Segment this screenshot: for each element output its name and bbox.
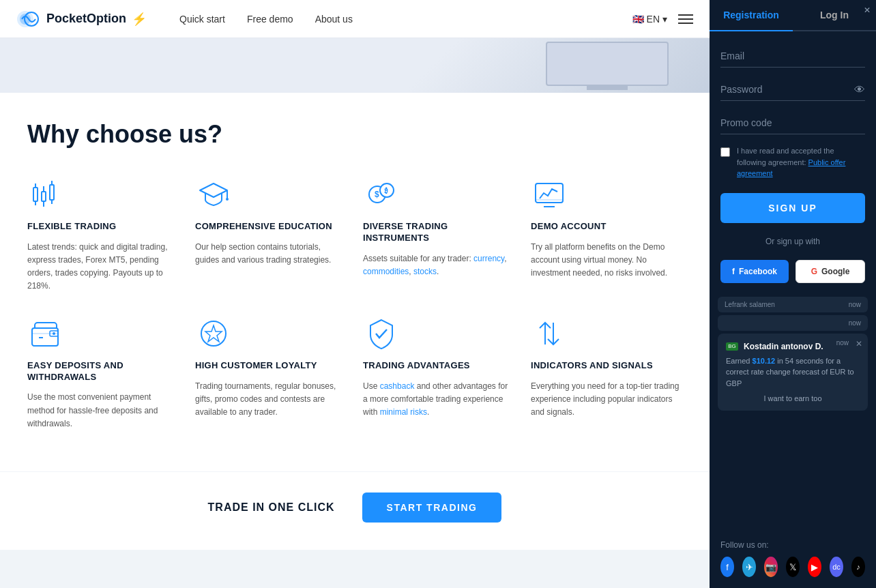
notif-mini-text: Lefrank salamen	[725, 301, 775, 308]
password-field: 👁	[720, 78, 865, 101]
email-input[interactable]	[720, 45, 865, 68]
follow-section: Follow us on: f ✈ 📷 𝕏 ▶ dc	[710, 532, 876, 588]
feature-desc: Try all platform benefits on the Demo ac…	[531, 241, 682, 280]
feature-diverse-trading: $ ₿ DIVERSE TRADING INSTRUMENTS Assets s…	[363, 176, 514, 293]
tab-login[interactable]: Log In	[793, 0, 876, 31]
follow-title: Follow us on:	[720, 540, 865, 550]
shield-check-icon	[363, 315, 400, 352]
feature-title: HIGH CUSTOMER LOYALTY	[195, 360, 347, 372]
svg-text:₿: ₿	[384, 187, 388, 194]
notif-mini-close-2[interactable]: ✕	[864, 5, 871, 15]
feature-high-loyalty: HIGH CUSTOMER LOYALTY Trading tournament…	[195, 315, 347, 430]
promo-input[interactable]	[720, 112, 865, 134]
notif-time: now	[836, 339, 849, 347]
feature-title: DEMO ACCOUNT	[531, 221, 682, 233]
commodities-link[interactable]: commodities	[363, 267, 409, 276]
notif-mini-time-2: now	[849, 319, 861, 327]
cashback-link[interactable]: cashback	[380, 381, 415, 391]
notifications-area: Lefrank salamen now ✕ now ✕ now ✕ BG Kos…	[710, 297, 876, 533]
facebook-social-icon[interactable]: f	[720, 557, 734, 577]
feature-title: FLEXIBLE TRADING	[27, 221, 179, 233]
stocks-link[interactable]: stocks	[413, 267, 437, 276]
candlestick-icon	[27, 176, 64, 213]
tiktok-social-icon[interactable]: ♪	[851, 557, 865, 577]
language-selector[interactable]: 🇬🇧 EN ▾	[632, 14, 667, 25]
nav-quick-start[interactable]: Quick start	[179, 14, 225, 25]
feature-easy-deposits: EASY DEPOSITS AND WITHDRAWALS Use the mo…	[27, 315, 179, 430]
svg-point-14	[226, 198, 229, 201]
logo[interactable]: PocketOption ⚡	[16, 7, 147, 31]
tab-registration[interactable]: Registration	[710, 0, 793, 31]
minimal-risks-link[interactable]: minimal risks	[380, 407, 427, 417]
auth-tabs: Registration Log In	[710, 0, 876, 31]
chevron-down-icon: ▾	[662, 14, 667, 25]
notif-user-name: Kostadin antonov D.	[744, 342, 823, 351]
cta-section: TRADE IN ONE CLICK START TRADING	[0, 471, 710, 550]
telegram-icon: ✈	[746, 562, 753, 572]
feature-desc: Assets suitable for any trader: currency…	[363, 252, 514, 278]
section-title: Why choose us?	[27, 120, 682, 149]
facebook-login-button[interactable]: f Facebook	[720, 260, 789, 283]
nav-free-demo[interactable]: Free demo	[247, 14, 293, 25]
nav-right: 🇬🇧 EN ▾	[632, 14, 693, 25]
google-login-button[interactable]: G Google	[795, 260, 865, 283]
social-login-buttons: f Facebook G Google	[720, 260, 865, 283]
password-input[interactable]	[720, 78, 865, 101]
feature-indicators-signals: INDICATORS AND SIGNALS Everything you ne…	[531, 315, 682, 430]
notif-cta-link[interactable]: I want to earn too	[726, 394, 860, 402]
bolt-icon: ⚡	[132, 12, 147, 27]
notif-main: now ✕ BG Kostadin antonov D. Earned $10.…	[718, 334, 868, 411]
wallet-icon	[27, 315, 64, 352]
feature-desc: Latest trends: quick and digital trading…	[27, 241, 179, 293]
notif-flag: BG	[726, 342, 738, 351]
facebook-icon: f	[732, 267, 735, 276]
lang-label: EN	[647, 14, 660, 25]
arrows-updown-icon	[531, 315, 568, 352]
notif-mini-1: Lefrank salamen now ✕	[718, 297, 868, 312]
hamburger-line	[678, 14, 693, 16]
feature-title: DIVERSE TRADING INSTRUMENTS	[363, 221, 514, 244]
main-nav: Quick start Free demo About us	[179, 14, 632, 25]
social-icons-row: f ✈ 📷 𝕏 ▶ dc ♪	[720, 557, 865, 577]
graduation-cap-icon	[195, 176, 232, 213]
agreement-checkbox[interactable]	[720, 147, 730, 157]
instagram-social-icon[interactable]: 📷	[764, 557, 778, 577]
svg-rect-6	[42, 192, 46, 201]
start-trading-button[interactable]: START TRADING	[362, 493, 502, 523]
agreement-label: I have read and accepted the following a…	[737, 145, 865, 179]
svg-point-25	[53, 332, 55, 335]
telegram-social-icon[interactable]: ✈	[742, 557, 756, 577]
logo-icon	[16, 7, 41, 31]
discord-icon: dc	[832, 563, 841, 571]
twitter-social-icon[interactable]: 𝕏	[786, 557, 800, 577]
feature-demo-account: DEMO ACCOUNT Try all platform benefits o…	[531, 176, 682, 293]
hamburger-menu[interactable]	[678, 14, 693, 24]
monitor-decoration	[546, 42, 669, 86]
hamburger-line	[678, 18, 693, 20]
youtube-social-icon[interactable]: ▶	[808, 557, 821, 577]
feature-desc: Use the most convenient payment method f…	[27, 391, 179, 430]
feature-trading-advantages: TRADING ADVANTAGES Use cashback and othe…	[363, 315, 514, 430]
email-field	[720, 45, 865, 68]
notif-amount: $10.12	[753, 357, 776, 365]
feature-desc: Use cashback and other advantages for a …	[363, 380, 514, 420]
nav-about-us[interactable]: About us	[315, 14, 353, 25]
feature-title: EASY DEPOSITS AND WITHDRAWALS	[27, 360, 179, 383]
notif-close-btn[interactable]: ✕	[856, 339, 862, 349]
cta-label: TRADE IN ONE CLICK	[208, 501, 335, 514]
notif-mini-time: now	[849, 301, 861, 308]
show-password-icon[interactable]: 👁	[854, 84, 865, 96]
feature-desc: Trading tournaments, regular bonuses, gi…	[195, 380, 347, 420]
or-divider: Or sign up with	[720, 237, 865, 246]
sign-up-button[interactable]: SIGN UP	[720, 193, 865, 223]
feature-desc: Our help section contains tutorials, gui…	[195, 241, 347, 267]
discord-social-icon[interactable]: dc	[830, 557, 843, 577]
hero-image	[0, 38, 710, 93]
star-badge-icon	[195, 315, 232, 352]
twitter-icon: 𝕏	[789, 562, 796, 572]
feature-desc: Everything you need for a top-tier tradi…	[531, 380, 682, 420]
monitor-chart-icon	[531, 176, 568, 213]
hamburger-line	[678, 23, 693, 24]
currency-link[interactable]: currency	[473, 254, 504, 263]
promo-field	[720, 112, 865, 134]
